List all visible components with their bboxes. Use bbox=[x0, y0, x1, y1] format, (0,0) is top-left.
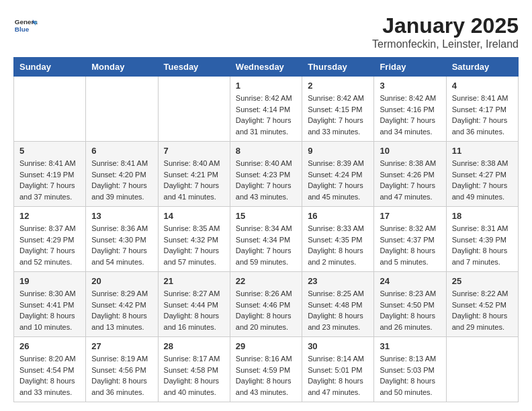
day-info: Sunrise: 8:26 AM Sunset: 4:46 PM Dayligh… bbox=[236, 288, 296, 332]
calendar-header-friday: Friday bbox=[374, 58, 446, 77]
calendar-cell: 12Sunrise: 8:37 AM Sunset: 4:29 PM Dayli… bbox=[14, 207, 86, 272]
calendar-cell: 6Sunrise: 8:41 AM Sunset: 4:20 PM Daylig… bbox=[86, 142, 158, 207]
day-number: 15 bbox=[236, 211, 296, 221]
calendar-week-row: 26Sunrise: 8:20 AM Sunset: 4:54 PM Dayli… bbox=[14, 337, 519, 402]
calendar-cell: 19Sunrise: 8:30 AM Sunset: 4:41 PM Dayli… bbox=[14, 272, 86, 337]
day-number: 13 bbox=[91, 211, 152, 221]
calendar-cell: 3Sunrise: 8:42 AM Sunset: 4:16 PM Daylig… bbox=[374, 77, 446, 142]
day-number: 10 bbox=[380, 146, 440, 156]
calendar-cell: 30Sunrise: 8:14 AM Sunset: 5:01 PM Dayli… bbox=[302, 337, 374, 402]
calendar-cell: 26Sunrise: 8:20 AM Sunset: 4:54 PM Dayli… bbox=[14, 337, 86, 402]
calendar-cell: 2Sunrise: 8:42 AM Sunset: 4:15 PM Daylig… bbox=[302, 77, 374, 142]
day-info: Sunrise: 8:22 AM Sunset: 4:52 PM Dayligh… bbox=[452, 288, 513, 332]
day-number: 17 bbox=[380, 211, 440, 221]
day-info: Sunrise: 8:40 AM Sunset: 4:21 PM Dayligh… bbox=[164, 158, 224, 202]
day-number: 11 bbox=[452, 146, 513, 156]
calendar-cell bbox=[446, 337, 518, 402]
day-number: 8 bbox=[236, 146, 296, 156]
calendar-cell: 20Sunrise: 8:29 AM Sunset: 4:42 PM Dayli… bbox=[86, 272, 158, 337]
day-number: 5 bbox=[19, 146, 80, 156]
calendar-week-row: 5Sunrise: 8:41 AM Sunset: 4:19 PM Daylig… bbox=[14, 142, 519, 207]
day-info: Sunrise: 8:17 AM Sunset: 4:58 PM Dayligh… bbox=[164, 353, 224, 398]
day-info: Sunrise: 8:34 AM Sunset: 4:34 PM Dayligh… bbox=[236, 223, 296, 267]
calendar-cell: 7Sunrise: 8:40 AM Sunset: 4:21 PM Daylig… bbox=[158, 142, 230, 207]
calendar-week-row: 19Sunrise: 8:30 AM Sunset: 4:41 PM Dayli… bbox=[14, 272, 519, 337]
day-number: 19 bbox=[19, 276, 80, 286]
day-info: Sunrise: 8:38 AM Sunset: 4:27 PM Dayligh… bbox=[452, 158, 513, 202]
day-number: 3 bbox=[380, 81, 440, 91]
calendar-cell: 22Sunrise: 8:26 AM Sunset: 4:46 PM Dayli… bbox=[230, 272, 302, 337]
day-number: 26 bbox=[19, 341, 80, 351]
location: Termonfeckin, Leinster, Ireland bbox=[372, 38, 519, 50]
day-info: Sunrise: 8:42 AM Sunset: 4:14 PM Dayligh… bbox=[236, 93, 296, 137]
calendar-week-row: 1Sunrise: 8:42 AM Sunset: 4:14 PM Daylig… bbox=[14, 77, 519, 142]
calendar-table: SundayMondayTuesdayWednesdayThursdayFrid… bbox=[13, 57, 519, 402]
day-number: 16 bbox=[308, 211, 368, 221]
day-info: Sunrise: 8:37 AM Sunset: 4:29 PM Dayligh… bbox=[19, 223, 80, 267]
day-number: 9 bbox=[308, 146, 368, 156]
page-header: General Blue January 2025 Termonfeckin, … bbox=[13, 13, 519, 50]
calendar-header-tuesday: Tuesday bbox=[158, 58, 230, 77]
day-number: 20 bbox=[91, 276, 152, 286]
day-info: Sunrise: 8:38 AM Sunset: 4:26 PM Dayligh… bbox=[380, 158, 440, 202]
calendar-header-thursday: Thursday bbox=[302, 58, 374, 77]
calendar-cell: 8Sunrise: 8:40 AM Sunset: 4:23 PM Daylig… bbox=[230, 142, 302, 207]
day-info: Sunrise: 8:25 AM Sunset: 4:48 PM Dayligh… bbox=[308, 288, 368, 332]
day-info: Sunrise: 8:41 AM Sunset: 4:20 PM Dayligh… bbox=[91, 158, 152, 202]
day-number: 31 bbox=[380, 341, 440, 351]
day-number: 24 bbox=[380, 276, 440, 286]
calendar-header-row: SundayMondayTuesdayWednesdayThursdayFrid… bbox=[14, 58, 519, 77]
day-number: 30 bbox=[308, 341, 368, 351]
day-number: 6 bbox=[91, 146, 152, 156]
calendar-cell: 9Sunrise: 8:39 AM Sunset: 4:24 PM Daylig… bbox=[302, 142, 374, 207]
day-info: Sunrise: 8:41 AM Sunset: 4:17 PM Dayligh… bbox=[452, 93, 513, 137]
day-number: 22 bbox=[236, 276, 296, 286]
calendar-cell: 29Sunrise: 8:16 AM Sunset: 4:59 PM Dayli… bbox=[230, 337, 302, 402]
calendar-cell: 25Sunrise: 8:22 AM Sunset: 4:52 PM Dayli… bbox=[446, 272, 518, 337]
day-info: Sunrise: 8:40 AM Sunset: 4:23 PM Dayligh… bbox=[236, 158, 296, 202]
calendar-header-wednesday: Wednesday bbox=[230, 58, 302, 77]
calendar-cell: 15Sunrise: 8:34 AM Sunset: 4:34 PM Dayli… bbox=[230, 207, 302, 272]
day-info: Sunrise: 8:14 AM Sunset: 5:01 PM Dayligh… bbox=[308, 353, 368, 398]
calendar-cell bbox=[158, 77, 230, 142]
day-info: Sunrise: 8:39 AM Sunset: 4:24 PM Dayligh… bbox=[308, 158, 368, 202]
calendar-cell bbox=[14, 77, 86, 142]
day-number: 4 bbox=[452, 81, 513, 91]
day-info: Sunrise: 8:19 AM Sunset: 4:56 PM Dayligh… bbox=[91, 353, 152, 398]
calendar-cell: 23Sunrise: 8:25 AM Sunset: 4:48 PM Dayli… bbox=[302, 272, 374, 337]
calendar-week-row: 12Sunrise: 8:37 AM Sunset: 4:29 PM Dayli… bbox=[14, 207, 519, 272]
calendar-cell: 31Sunrise: 8:13 AM Sunset: 5:03 PM Dayli… bbox=[374, 337, 446, 402]
calendar-cell: 18Sunrise: 8:31 AM Sunset: 4:39 PM Dayli… bbox=[446, 207, 518, 272]
day-info: Sunrise: 8:20 AM Sunset: 4:54 PM Dayligh… bbox=[19, 353, 80, 398]
day-number: 27 bbox=[91, 341, 152, 351]
calendar-cell bbox=[86, 77, 158, 142]
day-info: Sunrise: 8:33 AM Sunset: 4:35 PM Dayligh… bbox=[308, 223, 368, 267]
calendar-header-saturday: Saturday bbox=[446, 58, 518, 77]
day-number: 14 bbox=[164, 211, 224, 221]
day-info: Sunrise: 8:13 AM Sunset: 5:03 PM Dayligh… bbox=[380, 353, 440, 398]
calendar-cell: 5Sunrise: 8:41 AM Sunset: 4:19 PM Daylig… bbox=[14, 142, 86, 207]
calendar-header-sunday: Sunday bbox=[14, 58, 86, 77]
day-number: 28 bbox=[164, 341, 224, 351]
day-info: Sunrise: 8:42 AM Sunset: 4:15 PM Dayligh… bbox=[308, 93, 368, 137]
day-info: Sunrise: 8:30 AM Sunset: 4:41 PM Dayligh… bbox=[19, 288, 80, 332]
calendar-cell: 14Sunrise: 8:35 AM Sunset: 4:32 PM Dayli… bbox=[158, 207, 230, 272]
day-number: 1 bbox=[236, 81, 296, 91]
calendar-cell: 13Sunrise: 8:36 AM Sunset: 4:30 PM Dayli… bbox=[86, 207, 158, 272]
logo-icon: General Blue bbox=[13, 13, 38, 38]
day-info: Sunrise: 8:27 AM Sunset: 4:44 PM Dayligh… bbox=[164, 288, 224, 332]
day-number: 7 bbox=[164, 146, 224, 156]
day-number: 23 bbox=[308, 276, 368, 286]
day-info: Sunrise: 8:29 AM Sunset: 4:42 PM Dayligh… bbox=[91, 288, 152, 332]
day-info: Sunrise: 8:36 AM Sunset: 4:30 PM Dayligh… bbox=[91, 223, 152, 267]
calendar-cell: 10Sunrise: 8:38 AM Sunset: 4:26 PM Dayli… bbox=[374, 142, 446, 207]
logo: General Blue bbox=[13, 13, 38, 38]
day-number: 2 bbox=[308, 81, 368, 91]
day-info: Sunrise: 8:16 AM Sunset: 4:59 PM Dayligh… bbox=[236, 353, 296, 398]
calendar-cell: 21Sunrise: 8:27 AM Sunset: 4:44 PM Dayli… bbox=[158, 272, 230, 337]
calendar-header-monday: Monday bbox=[86, 58, 158, 77]
calendar-cell: 24Sunrise: 8:23 AM Sunset: 4:50 PM Dayli… bbox=[374, 272, 446, 337]
calendar-cell: 27Sunrise: 8:19 AM Sunset: 4:56 PM Dayli… bbox=[86, 337, 158, 402]
day-info: Sunrise: 8:42 AM Sunset: 4:16 PM Dayligh… bbox=[380, 93, 440, 137]
day-info: Sunrise: 8:23 AM Sunset: 4:50 PM Dayligh… bbox=[380, 288, 440, 332]
